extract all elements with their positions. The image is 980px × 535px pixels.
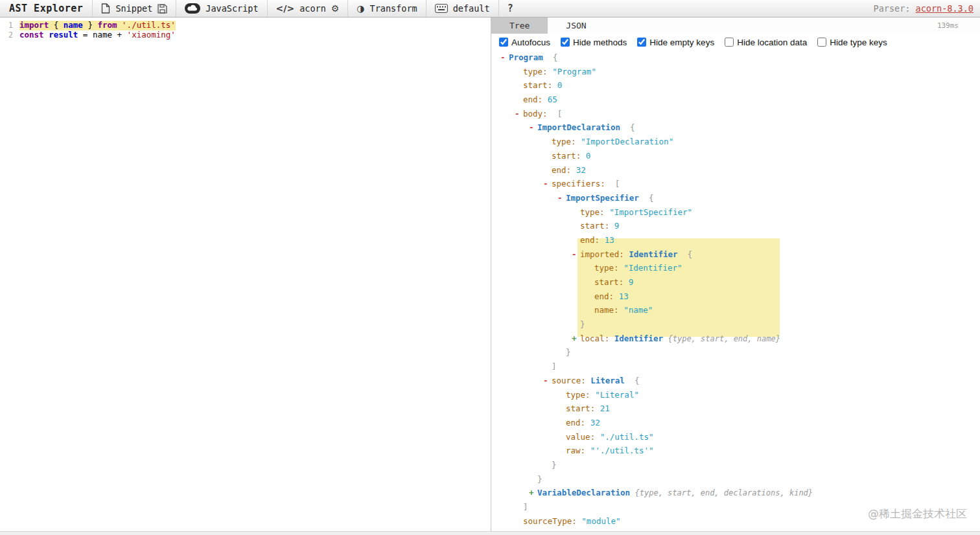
tree-row[interactable]: end: 32: [491, 163, 980, 177]
tree-row[interactable]: }: [491, 317, 980, 332]
checkbox[interactable]: [561, 38, 570, 47]
tree-node-name[interactable]: ImportDeclaration: [537, 122, 620, 132]
tree-row[interactable]: type: "ImportSpecifier": [491, 205, 980, 220]
collapse-icon[interactable]: -: [543, 374, 552, 388]
cloud-icon: [185, 3, 200, 14]
horizontal-scrollbar[interactable]: [0, 531, 980, 535]
tree-row[interactable]: -body: [: [491, 107, 980, 121]
tree-row[interactable]: start: 0: [491, 78, 980, 93]
tree-row[interactable]: -specifiers: [: [491, 177, 980, 191]
expand-icon[interactable]: +: [572, 332, 580, 346]
tree-row[interactable]: start: 9: [491, 275, 980, 290]
collapse-icon[interactable]: -: [515, 107, 523, 121]
ast-tree[interactable]: -Program {type: "Program"start: 0end: 65…: [491, 51, 980, 531]
token: [112, 30, 117, 40]
open-bracket: {: [688, 249, 693, 259]
tree-row[interactable]: +VariableDeclaration {type, start, end, …: [491, 486, 980, 500]
checkbox[interactable]: [725, 38, 734, 47]
tree-row[interactable]: -source: Literal {: [491, 374, 980, 388]
tree-node-name[interactable]: ImportSpecifier: [566, 193, 639, 203]
transform-toggle-icon[interactable]: ◑: [356, 4, 364, 13]
option-label: Hide methods: [573, 38, 627, 47]
tree-row[interactable]: type: "ImportDeclaration": [491, 135, 980, 149]
option-autofocus[interactable]: Autofocus: [499, 38, 550, 47]
tree-row[interactable]: start: 21: [491, 402, 980, 416]
keyboard-icon: [435, 4, 448, 13]
tree-row[interactable]: -ImportDeclaration {: [491, 120, 980, 135]
tree-row[interactable]: end: 32: [491, 416, 980, 430]
tree-row[interactable]: end: 13: [491, 233, 980, 247]
tree-value: 0: [557, 80, 563, 90]
collapse-icon[interactable]: -: [572, 247, 580, 262]
tab-json[interactable]: JSON: [548, 17, 604, 34]
option-label: Autofocus: [511, 38, 550, 47]
close-bracket: }: [537, 474, 542, 484]
option-hide-type-keys[interactable]: Hide type keys: [817, 38, 887, 47]
parser-button[interactable]: acorn: [299, 3, 326, 14]
tree-row[interactable]: }: [491, 345, 980, 359]
tab-tree[interactable]: Tree: [491, 17, 548, 34]
token: [58, 20, 64, 30]
language-group: JavaScript: [176, 0, 266, 17]
token: [122, 30, 127, 40]
tree-node-name[interactable]: Identifier: [629, 249, 677, 259]
transform-button[interactable]: Transform: [370, 3, 417, 14]
code-line[interactable]: 2const result = name + 'xiaoming': [0, 30, 491, 40]
tree-row[interactable]: }: [491, 472, 980, 486]
token: [117, 20, 122, 30]
tree-row[interactable]: ]: [491, 359, 980, 374]
token: 'xiaoming': [127, 30, 176, 40]
token: './util.ts': [122, 20, 176, 30]
keymap-dropdown[interactable]: default: [453, 3, 490, 14]
tree-row[interactable]: end: 13: [491, 290, 980, 304]
tree-row[interactable]: type: "Identifier": [491, 261, 980, 275]
help-group: ?: [498, 0, 522, 17]
option-hide-location-data[interactable]: Hide location data: [725, 38, 807, 47]
collapsed-preview: {type, start, end, name}: [668, 334, 780, 343]
tree-key: body:: [523, 109, 548, 119]
tree-value: "ImportSpecifier": [609, 207, 692, 217]
code-editor[interactable]: 1import { name } from './util.ts'2const …: [0, 17, 491, 531]
tree-row[interactable]: -imported: Identifier {: [491, 247, 980, 262]
expand-icon[interactable]: +: [529, 486, 537, 500]
code-line[interactable]: 1import { name } from './util.ts': [0, 21, 491, 30]
tree-row[interactable]: start: 9: [491, 219, 980, 233]
collapse-icon[interactable]: -: [543, 177, 552, 191]
tree-row[interactable]: value: "./util.ts": [491, 430, 980, 444]
tree-row[interactable]: -Program {: [491, 51, 980, 65]
collapse-icon[interactable]: -: [557, 191, 566, 205]
parser-version-link[interactable]: acorn-8.3.0: [916, 3, 974, 14]
tree-row[interactable]: +local: Identifier {type, start, end, na…: [491, 332, 980, 346]
tree-node-name[interactable]: VariableDeclaration: [537, 488, 630, 497]
tree-row[interactable]: end: 65: [491, 93, 980, 107]
tree-row[interactable]: -ImportSpecifier {: [491, 191, 980, 205]
collapse-icon[interactable]: -: [529, 120, 537, 135]
open-bracket: {: [553, 52, 558, 62]
tree-node-name[interactable]: Literal: [590, 376, 625, 385]
tree-key: name:: [594, 305, 619, 315]
tree-row[interactable]: }: [491, 458, 980, 472]
checkbox[interactable]: [817, 38, 826, 47]
checkbox[interactable]: [499, 38, 508, 47]
snippet-button[interactable]: Snippet: [115, 3, 152, 14]
tree-node-name[interactable]: Identifier: [614, 334, 663, 343]
option-hide-empty-keys[interactable]: Hide empty keys: [637, 38, 714, 47]
tree-key: start:: [580, 221, 609, 231]
save-icon[interactable]: [158, 4, 167, 14]
tree-row[interactable]: name: "name": [491, 303, 980, 317]
tree-row[interactable]: type: "Program": [491, 65, 980, 79]
collapse-icon[interactable]: -: [500, 51, 509, 65]
tree-row[interactable]: type: "Literal": [491, 388, 980, 402]
code-icon: </>: [276, 4, 295, 13]
help-button[interactable]: ?: [508, 3, 513, 14]
checkbox[interactable]: [637, 38, 646, 47]
tree-node-name[interactable]: Program: [509, 52, 543, 62]
collapsed-preview: {type, start, end, declarations, kind}: [635, 488, 813, 497]
option-hide-methods[interactable]: Hide methods: [561, 38, 627, 47]
tree-row[interactable]: raw: "'./util.ts'": [491, 444, 980, 458]
file-icon[interactable]: [101, 3, 110, 14]
gear-icon[interactable]: ⚙: [331, 4, 340, 13]
tree-value: "name": [624, 305, 653, 315]
tree-row[interactable]: start: 0: [491, 149, 980, 163]
language-dropdown[interactable]: JavaScript: [205, 3, 258, 14]
